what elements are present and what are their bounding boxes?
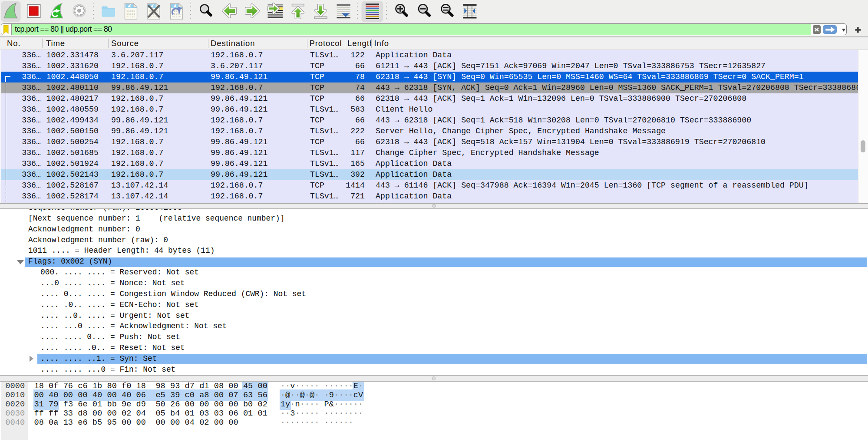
svg-text:01110: 01110 (126, 15, 135, 18)
svg-text:01110: 01110 (172, 15, 181, 18)
